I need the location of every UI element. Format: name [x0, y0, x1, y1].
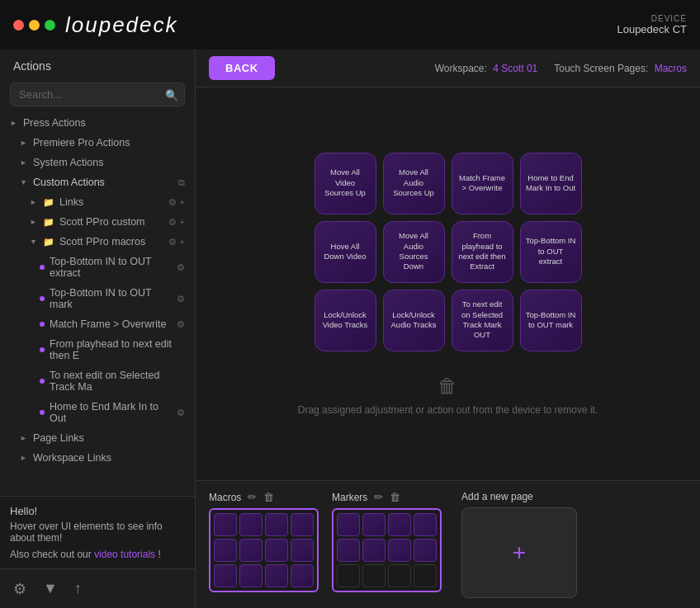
sidebar-item-home-to-end[interactable]: Home to End Mark In to Out ⚙: [0, 397, 195, 428]
sidebar: Actions 🔍 ► Press Actions ► Premiere Pro…: [0, 49, 196, 608]
mini-tile[interactable]: [239, 564, 262, 587]
sidebar-item-to-next-edit[interactable]: To next edit on Selected Track Ma: [0, 365, 195, 397]
item-actions: ⚙: [177, 262, 185, 273]
search-icon: 🔍: [165, 88, 178, 101]
back-button[interactable]: BACK: [209, 56, 275, 80]
mini-tile[interactable]: [414, 539, 437, 562]
also-text: Also check out our: [10, 549, 94, 560]
tile-lock-unlock-audio[interactable]: Lock/Unlock Audio Tracks: [383, 290, 445, 351]
mini-tile[interactable]: [265, 513, 288, 536]
search-input[interactable]: [10, 82, 185, 106]
markers-edit-icon[interactable]: ✏: [374, 491, 383, 503]
item-actions: ⚙: [177, 319, 185, 330]
mini-tile[interactable]: [239, 513, 262, 536]
tile-from-playhead-extract[interactable]: From playhead to next edit then Extract: [452, 221, 513, 283]
mini-tile[interactable]: [337, 539, 360, 562]
mini-tile[interactable]: [214, 513, 237, 536]
mini-tile[interactable]: [265, 564, 288, 587]
minimize-button[interactable]: [29, 20, 40, 31]
gear-icon[interactable]: ⚙: [168, 237, 177, 247]
mini-tile[interactable]: [388, 564, 411, 587]
active-dot: [40, 322, 45, 327]
mini-tile[interactable]: [265, 539, 288, 562]
macros-mini-grid[interactable]: [209, 508, 319, 592]
tile-move-all-audio-up[interactable]: Move All Audio Sources Up: [383, 153, 445, 214]
macros-header: Macros ✏ 🗑: [209, 491, 319, 503]
tile-label: Move All Audio Sources Down: [389, 231, 439, 271]
tile-top-bottom-out-mark[interactable]: Top-Bottom IN to OUT mark: [520, 290, 582, 351]
copy-icon[interactable]: ⧉: [178, 177, 185, 188]
markers-label: Markers: [332, 492, 367, 503]
mini-tile[interactable]: [291, 513, 314, 536]
arrow-icon: ►: [20, 139, 28, 147]
tile-move-all-audio-down[interactable]: Move All Audio Sources Down: [383, 221, 445, 283]
settings-icon[interactable]: ⚙: [13, 580, 26, 598]
sidebar-item-top-bottom-extract[interactable]: Top-Bottom IN to OUT extract ⚙: [0, 252, 195, 283]
add-page-button[interactable]: +: [461, 507, 577, 598]
sidebar-item-workspace-links[interactable]: ► Workspace Links: [0, 448, 195, 468]
touch-screen-label: Touch Screen Pages: Macros: [554, 63, 687, 74]
mini-tile[interactable]: [337, 513, 360, 536]
tile-to-next-edit-out[interactable]: To next edit on Selected Track Mark OUT: [452, 290, 513, 351]
macros-delete-icon[interactable]: 🗑: [263, 491, 274, 503]
tutorials-text: Also check out our video tutorials !: [10, 549, 185, 560]
sidebar-item-page-links[interactable]: ► Page Links: [0, 428, 195, 448]
tile-match-frame-overwrite[interactable]: Match Frame > Overwrite: [452, 153, 513, 214]
sidebar-item-label: Match Frame > Overwrite: [50, 318, 166, 330]
mini-tile[interactable]: [414, 513, 437, 536]
folder-icon: 📁: [43, 237, 54, 247]
plus-icon[interactable]: +: [180, 217, 185, 228]
add-page-section: Add a new page +: [461, 491, 577, 598]
main-layout: Actions 🔍 ► Press Actions ► Premiere Pro…: [0, 49, 700, 608]
markers-delete-icon[interactable]: 🗑: [390, 491, 400, 503]
tile-lock-unlock-video[interactable]: Lock/Unlock Video Tracks: [315, 290, 376, 351]
markers-mini-grid[interactable]: [332, 508, 442, 592]
mini-tile[interactable]: [388, 539, 411, 562]
macros-edit-icon[interactable]: ✏: [248, 491, 257, 503]
mini-tile[interactable]: [214, 539, 237, 562]
tile-home-to-end-mark[interactable]: Home to End Mark In to Out: [520, 153, 582, 214]
mini-tile[interactable]: [214, 564, 237, 587]
sidebar-item-press-actions[interactable]: ► Press Actions: [0, 113, 195, 133]
sidebar-item-system-actions[interactable]: ► System Actions: [0, 153, 195, 172]
gear-icon[interactable]: ⚙: [177, 319, 185, 330]
tile-move-all-video-up[interactable]: Move All Video Sources Up: [315, 153, 376, 214]
sidebar-item-match-frame[interactable]: Match Frame > Overwrite ⚙: [0, 314, 195, 334]
tile-top-bottom-out-extract[interactable]: Top-Bottom IN to OUT extract: [520, 221, 582, 283]
sidebar-scroll[interactable]: ► Press Actions ► Premiere Pro Actions ►…: [0, 113, 195, 496]
sidebar-item-scott-ppro-macros[interactable]: ▼ 📁 Scott PPro macros ⚙ +: [0, 232, 195, 252]
plus-icon[interactable]: +: [180, 197, 185, 208]
mini-tile[interactable]: [414, 564, 437, 587]
tile-move-all-video-down[interactable]: Hove All Down Video: [315, 221, 376, 283]
sidebar-item-premiere-pro-actions[interactable]: ► Premiere Pro Actions: [0, 133, 195, 153]
gear-icon[interactable]: ⚙: [168, 217, 177, 228]
video-tutorials-link[interactable]: video tutorials: [94, 549, 155, 560]
gear-icon[interactable]: ⚙: [177, 408, 185, 418]
sidebar-item-top-bottom-mark[interactable]: Top-Bottom IN to OUT mark ⚙: [0, 283, 195, 314]
mini-tile[interactable]: [362, 513, 385, 536]
gear-icon[interactable]: ⚙: [168, 197, 177, 208]
sidebar-item-from-playhead[interactable]: From playhead to next edit then E: [0, 334, 195, 365]
mini-tile[interactable]: [362, 539, 385, 562]
item-actions: ⚙: [177, 408, 185, 418]
markers-section: Markers ✏ 🗑: [332, 491, 442, 592]
mini-tile[interactable]: [239, 539, 262, 562]
mini-tile[interactable]: [337, 564, 360, 587]
mini-tile[interactable]: [291, 564, 314, 587]
gear-icon[interactable]: ⚙: [177, 262, 185, 273]
pages-area: Macros ✏ 🗑: [196, 480, 700, 608]
mini-tile[interactable]: [362, 564, 385, 587]
trash-icon: 🗑: [438, 375, 457, 398]
sidebar-item-links[interactable]: ► 📁 Links ⚙ +: [0, 192, 195, 212]
sidebar-item-scott-ppro-custom[interactable]: ► 📁 Scott PPro custom ⚙ +: [0, 212, 195, 232]
mini-tile[interactable]: [291, 539, 314, 562]
active-dot: [40, 296, 45, 301]
close-button[interactable]: [13, 20, 24, 31]
gear-icon[interactable]: ⚙: [177, 294, 185, 304]
mini-tile[interactable]: [388, 513, 411, 536]
maximize-button[interactable]: [45, 20, 55, 31]
plus-icon[interactable]: +: [180, 237, 185, 247]
sidebar-item-custom-actions[interactable]: ▼ Custom Actions ⧉: [0, 172, 195, 192]
upload-icon[interactable]: ↑: [74, 580, 82, 597]
down-arrow-icon[interactable]: ▼: [43, 580, 58, 597]
